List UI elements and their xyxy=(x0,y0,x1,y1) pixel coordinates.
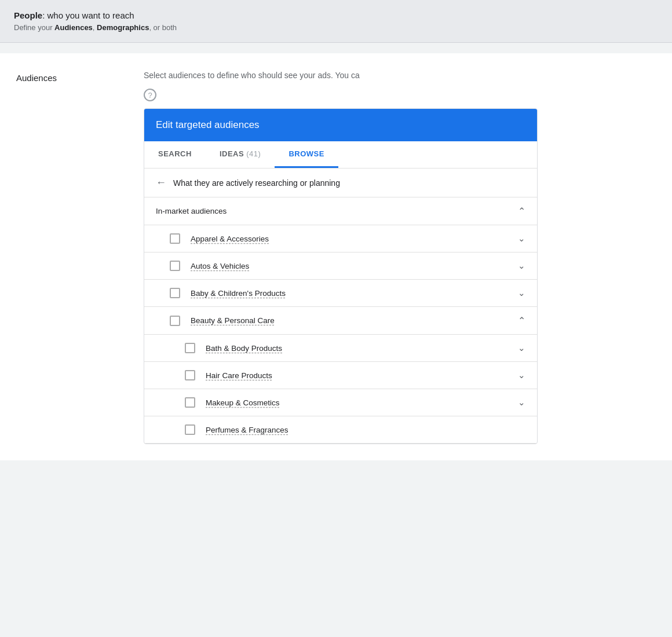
chevron-autos-icon[interactable]: ⌄ xyxy=(518,261,525,271)
checkbox-autos[interactable] xyxy=(170,261,180,271)
main-content: Audiences Select audiences to define who… xyxy=(0,53,672,460)
audience-label-bath: Bath & Body Products xyxy=(206,344,282,353)
section-header[interactable]: In-market audiences ⌃ xyxy=(144,197,537,225)
audience-label-autos: Autos & Vehicles xyxy=(191,262,249,270)
tab-ideas[interactable]: IDEAS (41) xyxy=(206,141,275,168)
section-chevron-up-icon[interactable]: ⌃ xyxy=(518,206,525,217)
people-line: People: who you want to reach xyxy=(14,10,658,20)
audience-item-apparel[interactable]: Apparel & Accessories ⌄ xyxy=(144,225,537,252)
audience-item-autos[interactable]: Autos & Vehicles ⌄ xyxy=(144,252,537,280)
checkbox-beauty[interactable] xyxy=(170,316,180,326)
right-panel: Select audiences to define who should se… xyxy=(144,69,656,444)
sub-text-before: Define your xyxy=(14,23,54,32)
info-icon[interactable]: ? xyxy=(144,89,156,101)
audience-item-hair[interactable]: Hair Care Products ⌄ xyxy=(144,362,537,389)
checkbox-apparel[interactable] xyxy=(170,233,180,244)
top-banner: People: who you want to reach Define you… xyxy=(0,0,672,43)
tabs-row: SEARCH IDEAS (41) BROWSE xyxy=(144,141,537,169)
people-label: People xyxy=(14,10,42,20)
chevron-makeup-icon[interactable]: ⌄ xyxy=(518,397,525,408)
sub-demographics: Demographics xyxy=(97,23,149,32)
edit-header-title: Edit targeted audiences xyxy=(156,119,260,130)
chevron-bath-icon[interactable]: ⌄ xyxy=(518,343,525,353)
checkbox-hair[interactable] xyxy=(185,370,195,380)
audience-label-perfumes: Perfumes & Fragrances xyxy=(206,426,288,434)
back-text: What they are actively researching or pl… xyxy=(173,178,340,188)
checkbox-baby[interactable] xyxy=(170,288,180,298)
sub-line: Define your Audiences, Demographics, or … xyxy=(14,23,658,32)
checkbox-bath[interactable] xyxy=(185,343,195,353)
edit-header: Edit targeted audiences xyxy=(144,109,537,141)
section-title: In-market audiences xyxy=(156,207,227,215)
audience-label-apparel: Apparel & Accessories xyxy=(191,235,269,243)
audience-list: In-market audiences ⌃ Apparel & Accessor… xyxy=(144,197,537,444)
back-row[interactable]: ← What they are actively researching or … xyxy=(144,169,537,197)
people-rest: : who you want to reach xyxy=(42,10,134,20)
chevron-hair-icon[interactable]: ⌄ xyxy=(518,370,525,380)
checkbox-makeup[interactable] xyxy=(185,397,195,408)
audience-label-makeup: Makeup & Cosmetics xyxy=(206,398,280,407)
audience-item-perfumes[interactable]: Perfumes & Fragrances xyxy=(144,416,537,444)
chevron-beauty-up-icon[interactable]: ⌃ xyxy=(518,315,525,326)
tab-browse[interactable]: BROWSE xyxy=(275,141,338,168)
edit-panel: Edit targeted audiences SEARCH IDEAS (41… xyxy=(144,108,538,444)
audience-label-hair: Hair Care Products xyxy=(206,371,272,380)
chevron-baby-icon[interactable]: ⌄ xyxy=(518,288,525,298)
checkbox-perfumes[interactable] xyxy=(185,424,195,435)
select-text: Select audiences to define who should se… xyxy=(144,69,656,82)
chevron-apparel-icon[interactable]: ⌄ xyxy=(518,233,525,244)
audience-item-makeup[interactable]: Makeup & Cosmetics ⌄ xyxy=(144,389,537,416)
audience-list-container: In-market audiences ⌃ Apparel & Accessor… xyxy=(144,197,537,444)
audience-label-beauty: Beauty & Personal Care xyxy=(191,316,275,325)
ideas-badge: (41) xyxy=(244,149,261,158)
tab-search[interactable]: SEARCH xyxy=(144,141,206,168)
back-arrow-icon: ← xyxy=(156,177,166,189)
audiences-label: Audiences xyxy=(16,69,144,444)
audience-item-baby[interactable]: Baby & Children's Products ⌄ xyxy=(144,280,537,307)
audience-label-baby: Baby & Children's Products xyxy=(191,289,286,298)
audience-item-beauty[interactable]: Beauty & Personal Care ⌃ xyxy=(144,307,537,335)
sub-audiences: Audiences xyxy=(54,23,93,32)
audience-item-bath[interactable]: Bath & Body Products ⌄ xyxy=(144,335,537,362)
